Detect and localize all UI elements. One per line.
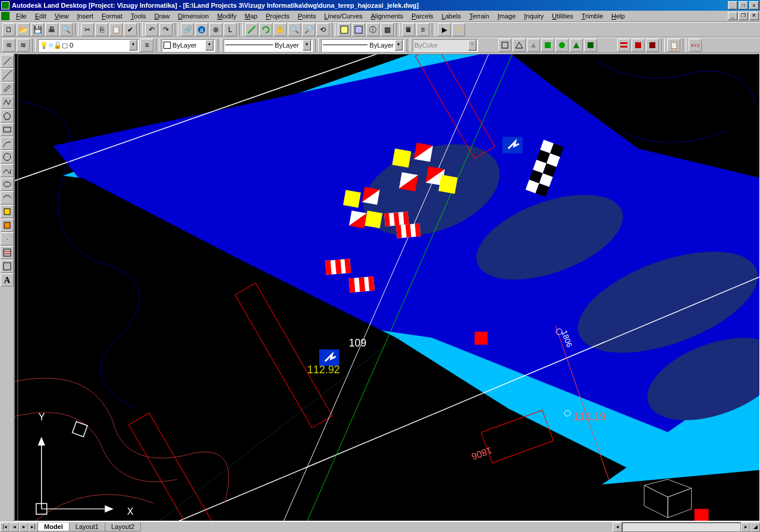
tab-model[interactable]: Model: [37, 522, 70, 531]
tab-layout2[interactable]: Layout2: [105, 522, 141, 531]
menu-map[interactable]: Map: [241, 11, 262, 21]
zoom-prev-button[interactable]: ⟲: [316, 23, 329, 36]
doc-minimize-button[interactable]: _: [728, 12, 737, 20]
doc-close-button[interactable]: ✕: [749, 12, 759, 20]
xline-tool[interactable]: [1, 68, 14, 81]
menu-format[interactable]: Format: [98, 11, 127, 21]
dcenter-button[interactable]: ▦: [381, 23, 394, 36]
point-tool[interactable]: ·: [1, 232, 14, 245]
tracking-button[interactable]: ⊕: [209, 23, 222, 36]
terrain-btn-2[interactable]: [513, 39, 526, 52]
terrain-btn-4[interactable]: [541, 39, 554, 52]
circle-tool[interactable]: [1, 150, 14, 163]
red-list-button[interactable]: [617, 39, 630, 52]
zoom-rt-button[interactable]: 🔍: [288, 23, 301, 36]
save-button[interactable]: 💾: [31, 23, 44, 36]
ucs-button[interactable]: L: [224, 23, 237, 36]
menu-trimble[interactable]: Trimble: [577, 11, 607, 21]
hscroll-right-button[interactable]: ▸: [741, 522, 750, 532]
menu-terrain[interactable]: Terrain: [465, 11, 494, 21]
ellipse-tool[interactable]: [1, 178, 14, 191]
menu-linescurves[interactable]: Lines/Curves: [320, 11, 366, 21]
terrain-btn-3[interactable]: [527, 39, 540, 52]
menu-file[interactable]: File: [12, 11, 31, 21]
red-cube-button[interactable]: [632, 39, 645, 52]
hatch-tool[interactable]: [1, 246, 14, 259]
terrain-btn-1[interactable]: [498, 39, 511, 52]
maximize-button[interactable]: ❐: [739, 1, 748, 10]
map-explorer-button[interactable]: [338, 23, 351, 36]
menu-utilities[interactable]: Utilities: [548, 11, 577, 21]
dark-red-button[interactable]: [646, 39, 659, 52]
paste-button[interactable]: 📋: [109, 23, 123, 36]
terrain-btn-7[interactable]: [584, 39, 597, 52]
menu-insert[interactable]: Insert: [73, 11, 98, 21]
hscroll-left-button[interactable]: ◂: [613, 522, 622, 532]
menu-draw[interactable]: Draw: [150, 11, 174, 21]
makeblock-tool[interactable]: [1, 219, 14, 232]
pline-tool[interactable]: [1, 96, 14, 109]
tab-first-button[interactable]: |◂: [0, 522, 10, 532]
mline-tool[interactable]: [1, 82, 14, 95]
tab-layout1[interactable]: Layout1: [69, 522, 105, 531]
ellipse-arc-tool[interactable]: [1, 191, 14, 204]
redraw-button[interactable]: [259, 23, 272, 36]
menu-help[interactable]: Help: [607, 11, 629, 21]
rectangle-tool[interactable]: [1, 123, 14, 136]
layer-filter-button[interactable]: ≡: [140, 39, 153, 52]
menu-projects[interactable]: Projects: [262, 11, 294, 21]
scroll-grip-icon[interactable]: ◢: [750, 522, 760, 532]
launch-button[interactable]: ▶: [438, 23, 451, 36]
insert-tool[interactable]: [1, 205, 14, 218]
menu-alignments[interactable]: Alignments: [367, 11, 407, 21]
doc-restore-button[interactable]: ❐: [739, 12, 748, 20]
linetype-combo[interactable]: ByLayer ▾: [224, 39, 313, 52]
distance-button[interactable]: [245, 23, 258, 36]
pan-button[interactable]: ✋: [274, 23, 287, 36]
draworder-button[interactable]: ≡: [416, 23, 429, 36]
zoom-window-button[interactable]: 🔎: [302, 23, 315, 36]
menu-labels[interactable]: Labels: [438, 11, 465, 21]
tab-prev-button[interactable]: ◂: [10, 522, 19, 532]
layer-combo[interactable]: 💡❄🔓▢ 0 ▾: [38, 39, 139, 52]
menu-view[interactable]: View: [51, 11, 73, 21]
terrain-btn-6[interactable]: [570, 39, 583, 52]
tab-last-button[interactable]: ▸|: [29, 522, 38, 532]
text-tool[interactable]: A: [1, 273, 14, 287]
region-tool[interactable]: [1, 260, 14, 273]
menu-modify[interactable]: Modify: [213, 11, 240, 21]
calc-button[interactable]: 🖩: [402, 23, 415, 36]
color-combo[interactable]: ByLayer ▾: [162, 39, 215, 52]
lineweight-combo[interactable]: ByLayer ▾: [321, 39, 404, 52]
today-button[interactable]: a: [195, 23, 208, 36]
line-tool[interactable]: [1, 55, 14, 68]
menu-image[interactable]: Image: [494, 11, 520, 21]
preview-button[interactable]: 🔍: [59, 23, 73, 36]
open-button[interactable]: 📂: [17, 23, 30, 36]
viewer-button[interactable]: [352, 23, 365, 36]
polygon-tool[interactable]: [1, 109, 14, 122]
tab-next-button[interactable]: ▸: [19, 522, 29, 532]
help-button[interactable]: ?: [452, 23, 465, 36]
properties-button[interactable]: ⓘ: [366, 23, 379, 36]
cut-button[interactable]: ✂: [81, 23, 94, 36]
layer-manager-button[interactable]: ≋: [2, 39, 15, 52]
menu-dimension[interactable]: Dimension: [174, 11, 213, 21]
undo-button[interactable]: ↶: [145, 23, 158, 36]
terrain-btn-5[interactable]: [555, 39, 569, 52]
menu-points[interactable]: Points: [294, 11, 321, 21]
layer-prev-button[interactable]: ≋: [17, 39, 30, 52]
new-button[interactable]: 🗋: [2, 23, 15, 36]
drawing-area[interactable]: 109 112.92 1806 113.19 1806 Y X: [14, 53, 760, 521]
close-button[interactable]: ✕: [749, 1, 759, 10]
menu-parcels[interactable]: Parcels: [407, 11, 438, 21]
menu-tools[interactable]: Tools: [127, 11, 150, 21]
print-button[interactable]: 🖶: [45, 23, 58, 36]
spline-tool[interactable]: [1, 164, 14, 177]
clipboard-button[interactable]: 📋: [667, 39, 680, 52]
menu-edit[interactable]: Edit: [31, 11, 51, 21]
arc-tool[interactable]: [1, 137, 14, 150]
match-button[interactable]: ✔: [124, 23, 137, 36]
xyz-button[interactable]: XYZ: [689, 39, 702, 52]
minimize-button[interactable]: _: [728, 1, 737, 10]
